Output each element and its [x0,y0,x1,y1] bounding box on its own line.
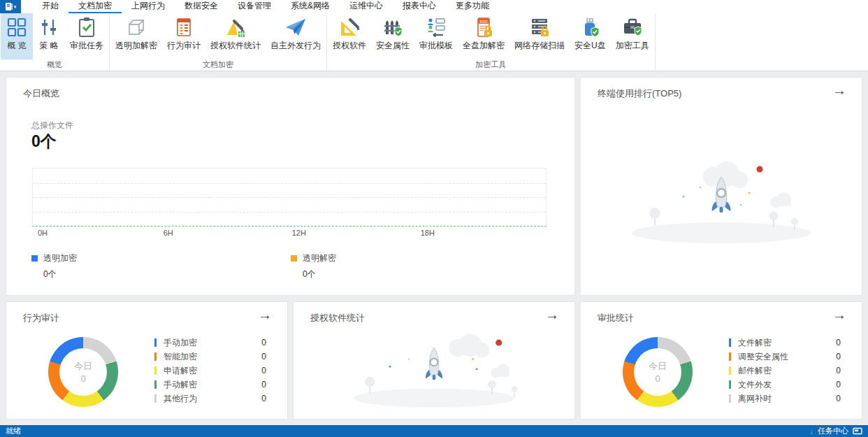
arrow-right-icon[interactable]: → [832,308,846,322]
behavior-audit-legend: 手动加密0 智能加密0 申请解密0 手动解密0 其他行为0 [154,336,266,406]
tab-ops-center[interactable]: 运维中心 [340,0,393,13]
ribbon-button-approval-template[interactable]: 审批模板 [414,13,458,59]
ribbon-group-label: 加密工具 [328,59,654,71]
ribbon-button-label: 全盘加解密 [463,40,505,52]
legend-color-bar [154,394,157,403]
monitor-icon [853,427,862,436]
ribbon-button-full-disk-encryption[interactable]: SSD 全盘加解密 [458,13,509,59]
ribbon-button-label: 行为审计 [167,40,201,52]
ribbon-button-encryption-tools[interactable]: 加密工具 [611,13,654,59]
ribbon-button-policy[interactable]: 策 略 [33,13,65,59]
donut-center-label: 今日 [649,360,667,373]
ribbon-button-approval-tasks[interactable]: 审批任务 [65,13,108,59]
ribbon-button-overview[interactable]: 概 览 [1,13,33,59]
status-ready-text: 就绪 [6,426,809,436]
panel-title: 授权软件统计 [310,312,365,324]
cube-icon [125,16,147,38]
tab-system-network[interactable]: 系统&网络 [281,0,340,13]
approval-stats-legend: 文件解密0 调整安全属性0 邮件解密0 文件外发0 离网补时0 [729,336,841,406]
ribbon-button-secure-usb[interactable]: 安全U盘 [570,13,611,59]
ribbon-button-behavior-audit[interactable]: 行为审计 [162,13,205,59]
legend-label: 文件外发 [738,379,836,391]
ribbon-tab-bar: ▾ 开始 文档加密 上网行为 数据安全 设备管理 系统&网络 运维中心 报表中心… [0,0,868,13]
chart-gridline [33,212,546,213]
legend-label: 调整安全属性 [738,351,836,363]
cloud-icon [491,364,509,378]
ribbon-button-label: 审批任务 [70,40,103,52]
total-files-value: 0个 [31,131,57,152]
tab-home[interactable]: 开始 [32,0,68,13]
ribbon-button-label: 自主外发行为 [270,40,321,52]
legend-item: 邮件解密0 [729,364,841,378]
tab-data-security[interactable]: 数据安全 [175,0,228,13]
legend-color-bar [729,338,731,347]
rocket-icon [426,348,442,380]
legend-item: 离网补时0 [729,392,841,406]
ribbon-button-transparent-encryption[interactable]: 透明加解密 [110,13,162,59]
arrow-right-icon[interactable]: → [258,308,272,322]
ribbon-button-authorized-software[interactable]: 授权软件 [328,13,371,59]
audit-list-icon [173,16,195,38]
red-planet-dot [757,166,763,173]
legend-color-bar [729,394,731,403]
legend-item: 手动加密0 [154,336,266,350]
x-tick: 12H [292,229,306,237]
legend-value: 0 [261,338,266,348]
legend-value: 0 [261,366,266,375]
ribbon-button-label: 概 览 [7,40,26,52]
donut-center-value: 0 [655,373,660,384]
donut-center-label: 今日 [74,360,92,373]
chart-gridline [33,183,546,184]
tab-device-management[interactable]: 设备管理 [228,0,281,13]
donut-center: 今日 0 [59,348,107,396]
legend-value: 0 [836,366,841,375]
legend-color-swatch [31,255,38,262]
ribbon-button-self-outgoing-behavior[interactable]: 自主外发行为 [266,13,326,59]
ribbon-button-network-storage-scan[interactable]: 网络存储扫描 [509,13,570,59]
ribbon-button-label: 透明加解密 [115,40,157,52]
arrow-right-icon[interactable]: → [545,308,559,322]
tab-report-center[interactable]: 报表中心 [393,0,446,13]
tab-more-features[interactable]: 更多功能 [446,0,499,13]
chevron-down-icon: ▾ [14,4,17,9]
stats-pencil-icon [224,16,247,38]
dashboard-content: 今日概览 总操作文件 0个 0H 6H 12H 18H [0,71,868,425]
tab-document-encryption[interactable]: 文档加密 [68,0,122,13]
legend-item: 调整安全属性0 [729,350,841,364]
legend-label: 邮件解密 [738,365,836,377]
server-lock-icon [528,16,551,38]
legend-value: 0 [836,380,841,389]
panel-authorized-software-stats: 授权软件统计 → [293,301,575,420]
total-files-label: 总操作文件 [31,120,73,131]
legend-value: 0 [836,338,841,348]
ribbon-group-overview: 概 览 策 略 审批任务 概览 [0,13,110,71]
sliders-icon [38,16,60,38]
legend-label: 离网补时 [738,393,836,405]
approval-stats-donut-chart: 今日 0 [623,337,693,407]
legend-value: 0个 [43,268,77,280]
legend-label: 透明解密 [303,252,336,264]
app-logo-icon [5,2,13,11]
toolbox-shield-icon [621,16,644,38]
legend-transparent-decryption[interactable]: 透明解密 0个 [291,252,336,280]
tab-internet-behavior[interactable]: 上网行为 [122,0,175,13]
ribbon: 概 览 策 略 审批任务 概览 透明加解密 [0,13,868,71]
task-center-button[interactable]: ↓ 任务中心 [809,426,862,436]
ribbon-button-authorized-software-stats[interactable]: 授权软件统计 [205,13,266,59]
legend-item: 其他行为0 [154,392,266,406]
ribbon-button-security-attributes[interactable]: 安全属性 [371,13,414,59]
x-tick: 0H [38,229,48,237]
legend-value: 0 [261,352,266,361]
status-bar: 就绪 ↓ 任务中心 [0,425,868,437]
legend-value: 0 [836,352,841,361]
tree-icon [649,208,660,226]
legend-color-swatch [291,255,297,262]
legend-transparent-encryption[interactable]: 透明加密 0个 [31,252,77,280]
legend-color-bar [729,366,731,375]
ribbon-button-label: 授权软件 [333,40,366,52]
ribbon-group-document-encryption: 透明加解密 行为审计 授权软件统计 自主外发行为 文档加密 [110,13,327,71]
panel-title: 行为审计 [23,312,59,324]
arrow-right-icon[interactable]: → [832,83,846,97]
legend-item: 手动解密0 [154,378,266,392]
app-menu-button[interactable]: ▾ [0,0,21,13]
